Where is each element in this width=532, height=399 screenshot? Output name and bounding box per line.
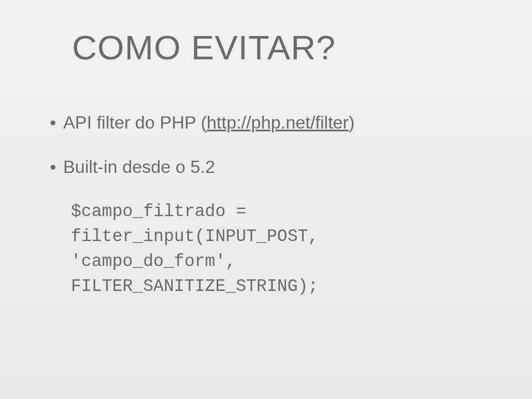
- bullet-item-builtin: Built-in desde o 5.2: [50, 156, 482, 179]
- slide-title: COMO EVITAR?: [72, 28, 482, 67]
- bullet-text-suffix: ): [349, 112, 355, 132]
- slide-container: COMO EVITAR? API filter do PHP (http://p…: [0, 0, 532, 399]
- bullet-text-prefix: API filter do PHP (: [63, 112, 207, 132]
- bullet-list: API filter do PHP (http://php.net/filter…: [50, 111, 482, 178]
- code-block: $campo_filtrado = filter_input(INPUT_POS…: [71, 200, 482, 299]
- bullet-item-api-filter: API filter do PHP (http://php.net/filter…: [50, 111, 482, 135]
- link-php-filter[interactable]: http://php.net/filter: [207, 112, 349, 132]
